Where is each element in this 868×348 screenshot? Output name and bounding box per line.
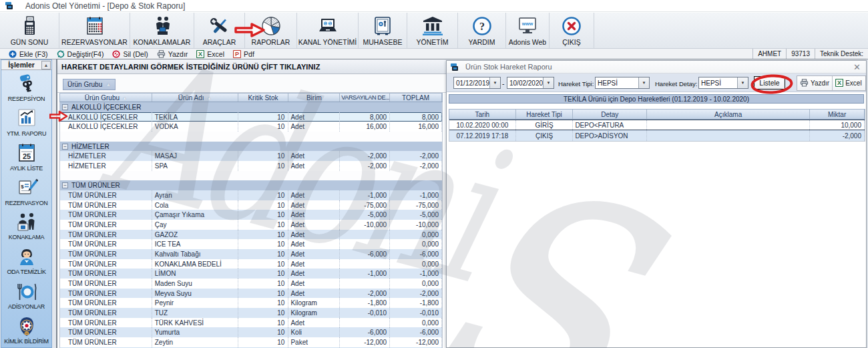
toolbar-button-kanal-yonetimi[interactable]: G S KANAL YÖNETİMİ: [297, 13, 359, 48]
column-header[interactable]: Hareket Tipi: [516, 110, 574, 119]
movement-row-selected[interactable]: 10.02.2020 00:00GİRİŞDEPO<FATURA10,000: [449, 120, 865, 130]
product-row[interactable]: TÜM ÜRÜNLERPeynir10Kilogram-1,800-1,800: [60, 298, 442, 308]
product-row[interactable]: TÜM ÜRÜNLERAyran10Adet-1,000-1,000: [60, 190, 442, 200]
action-yazd-r[interactable]: Yazdır: [157, 50, 188, 58]
close-icon[interactable]: ✕: [853, 63, 861, 71]
sidebar-item-label: AYLIK LİSTE: [10, 165, 43, 172]
products-grid-header: Ürün Grubu▲Ürün Adı▲Kritik StokBirimVARS…: [59, 93, 443, 102]
toolbar-button-cikis[interactable]: ÇIKIŞ: [550, 13, 594, 48]
action-sil-del[interactable]: Sil (Del): [112, 50, 148, 58]
cell: 8,000: [340, 112, 390, 122]
column-header[interactable]: Ürün Adı▲: [152, 94, 238, 102]
date-to-field[interactable]: 10/02/2020 ▼: [507, 77, 554, 89]
sidebar-item-resepsiyon[interactable]: RESEPSİYON: [1, 70, 51, 105]
excel-button[interactable]: X Excel: [832, 76, 864, 90]
group-row[interactable]: − ALKOLLÜ İÇECEKLER: [60, 102, 442, 112]
cell: Adet: [288, 220, 340, 230]
product-row[interactable]: TÜM ÜRÜNLERYumurta10Koli-6,000-6,000: [60, 327, 442, 337]
collapse-group-icon[interactable]: −: [62, 144, 68, 150]
movement-type-dropdown-icon[interactable]: ▼: [638, 77, 649, 88]
product-row[interactable]: TÜM ÜRÜNLERKONAKLAMA BEDELİ10Adet0,000: [60, 259, 442, 269]
svg-text:$: $: [21, 184, 24, 190]
column-header[interactable]: Tarih: [449, 110, 516, 119]
sidebar-collapse-button[interactable]: ▲: [41, 61, 51, 69]
column-header[interactable]: Açıklama: [647, 110, 810, 119]
sidebar-item-konaklama[interactable]: KONAKLAMA: [1, 209, 51, 244]
product-row-selected[interactable]: ALKOLLÜ İÇECEKLERTEKİLA10Adet8,0008,000: [60, 112, 442, 122]
sidebar-item-adisyonlar[interactable]: ADİSYONLAR: [1, 278, 51, 313]
cell: -1,000: [390, 269, 442, 279]
product-row[interactable]: TÜM ÜRÜNLERTUZ10Kilogram-0,010-0,010: [60, 308, 442, 318]
column-header[interactable]: Ürün Grubu▲: [60, 94, 152, 102]
product-row[interactable]: TÜM ÜRÜNLERICE TEA10Adet0,000: [60, 239, 442, 249]
toolbar-button-yardim[interactable]: ? YARDIM: [458, 13, 506, 48]
column-header[interactable]: Detay: [573, 110, 647, 119]
toolbar-button-araclar[interactable]: ARAÇLAR: [194, 13, 245, 48]
product-row[interactable]: TÜM ÜRÜNLERÇamaşır Yıkama10Adet-5,000-5,…: [60, 210, 442, 220]
collapse-group-icon[interactable]: −: [62, 104, 68, 110]
cell: ICE TEA: [152, 239, 238, 249]
date-to-value: 10/02/2020: [507, 77, 543, 88]
cell: HİZMETLER: [60, 161, 152, 171]
toolbar-button-rezervasyonlar[interactable]: REZERVASYONLAR: [59, 13, 130, 48]
toolbar-button-raporlar[interactable]: RAPORLAR: [245, 13, 297, 48]
movement-detail-dropdown-icon[interactable]: ▼: [737, 77, 748, 88]
sidebar-item-ytm-raporu[interactable]: YTM. RAPORU: [1, 105, 51, 140]
toolbar-button-muhasebe[interactable]: MUHASEBE: [359, 13, 407, 48]
action-pdf[interactable]: P Pdf: [233, 50, 254, 58]
movement-detail-select[interactable]: HEPSİ ▼: [698, 77, 748, 89]
column-header[interactable]: Birim: [288, 94, 340, 102]
product-row[interactable]: TÜM ÜRÜNLERÇay10Adet-10,000-10,000: [60, 220, 442, 230]
toolbar-button-yonetim[interactable]: YÖNETİM: [407, 13, 458, 48]
product-row[interactable]: TÜM ÜRÜNLERLİMON10Adet-1,000-1,000: [60, 269, 442, 279]
cell: Koli: [288, 327, 340, 337]
product-row[interactable]: TÜM ÜRÜNLERGAZOZ10Adet0,000: [60, 230, 442, 240]
product-row[interactable]: TÜM ÜRÜNLERTÜRK KAHVESİ10Adet0,000: [60, 318, 442, 328]
cell: -2,000: [810, 130, 865, 141]
movements-grid: TarihHareket TipiDetayAçıklamaMiktar 10.…: [449, 109, 865, 142]
column-header[interactable]: VARSAYILAN DE...: [340, 94, 390, 102]
date-from-value: 01/12/2019: [454, 77, 489, 88]
action-label: Değiştir(F4): [67, 50, 104, 58]
cell: TÜM ÜRÜNLER: [60, 220, 152, 230]
movement-row[interactable]: 07.12.2019 17:18ÇIKIŞDEPO>ADİSYON-2,000: [449, 130, 865, 141]
toolbar-button-konaklamalar[interactable]: KONAKLAMALAR: [130, 13, 194, 48]
column-header[interactable]: TOPLAM: [390, 94, 442, 102]
product-row[interactable]: TÜM ÜRÜNLERKahvaltı Tabağı10Adet-6,000-6…: [60, 249, 442, 259]
product-row[interactable]: HİZMETLERMASAJ10Adet-2,000-2,000: [60, 151, 442, 161]
yazdir-button[interactable]: Yazdır: [797, 76, 832, 90]
sidebar-item-aylik-liste[interactable]: 25 AYLIK LİSTE: [1, 140, 51, 174]
product-row[interactable]: TÜM ÜRÜNLERZeytin10Paket-12,000-12,000: [60, 337, 442, 347]
sidebar-item-oda-temizlik[interactable]: ODA TEMİZLİK: [1, 243, 51, 278]
excel-icon: X: [196, 50, 204, 58]
date-from-field[interactable]: 01/12/2019 ▼: [453, 77, 501, 89]
group-row[interactable]: − TÜM ÜRÜNLER: [60, 180, 442, 190]
product-row[interactable]: ALKOLLÜ İÇECEKLERVODKA10Adet16,00016,000: [60, 122, 442, 132]
product-row[interactable]: TÜM ÜRÜNLERMaden Suyu10Adet0,000: [60, 279, 442, 289]
groupby-chip[interactable]: Ürün Grubu ▲: [63, 79, 116, 90]
toolbar-button-gun-sonu[interactable]: GÜN SONU: [0, 13, 59, 48]
listele-button[interactable]: Listele: [754, 76, 785, 90]
sidebar-item-rezervasyon[interactable]: $ REZERVASYON: [1, 174, 51, 209]
movement-type-select[interactable]: HEPSİ ▼: [595, 77, 650, 89]
date-to-dropdown-icon[interactable]: ▼: [543, 77, 554, 88]
product-row[interactable]: TÜM ÜRÜNLERMeyva Suyu10Adet-2,000-2,000: [60, 289, 442, 299]
cell: -6,000: [390, 327, 442, 337]
sidebar: İşlemler ▲ RESEPSİYON: [1, 59, 52, 348]
cell: 10: [238, 318, 289, 328]
action-ekle-f3[interactable]: Ekle (F3): [9, 50, 48, 58]
product-row[interactable]: TÜM ÜRÜNLERCola10Adet-75,000-75,000: [60, 200, 442, 210]
groupby-chip-label: Ürün Grubu: [67, 81, 102, 88]
sort-asc-icon: ▲: [122, 96, 127, 100]
cell: 10: [238, 122, 289, 132]
column-header[interactable]: Kritik Stok: [238, 94, 289, 102]
collapse-group-icon[interactable]: −: [62, 182, 68, 188]
product-row[interactable]: HİZMETLERSPA10Adet-2,000-2,000: [60, 161, 442, 171]
action-excel[interactable]: X Excel: [196, 50, 224, 58]
group-row[interactable]: − HİZMETLER: [60, 142, 442, 152]
action-degistir-f4[interactable]: Değiştir(F4): [57, 50, 104, 58]
toolbar-button-adonis-web[interactable]: www Adonis Web: [506, 13, 550, 48]
column-header[interactable]: Miktar: [810, 110, 865, 119]
sidebar-item-kimlik-bildirim[interactable]: KİMLİK BİLDİRİM: [1, 313, 51, 347]
date-from-dropdown-icon[interactable]: ▼: [489, 77, 500, 88]
